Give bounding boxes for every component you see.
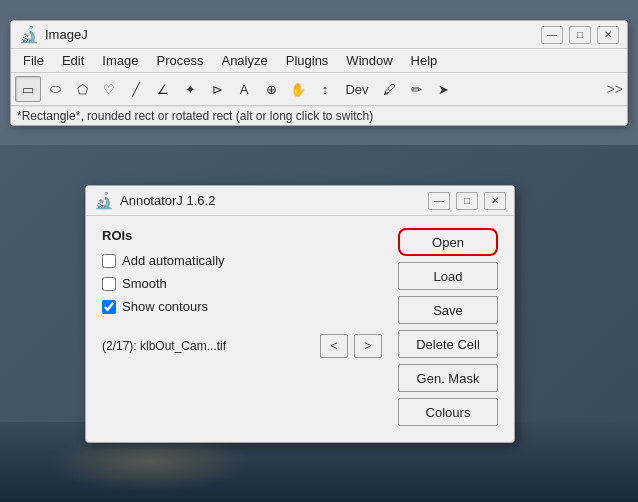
tool-dev[interactable]: Dev (339, 76, 375, 102)
menu-help[interactable]: Help (403, 51, 446, 70)
menu-file[interactable]: File (15, 51, 52, 70)
add-automatically-checkbox[interactable] (102, 254, 116, 268)
tool-wand[interactable]: ⊳ (204, 76, 230, 102)
annotatorj-maximize-button[interactable]: □ (456, 192, 478, 210)
imagej-close-button[interactable]: ✕ (597, 26, 619, 44)
delete-cell-button[interactable]: Delete Cell (398, 330, 498, 358)
tool-freehand[interactable]: ♡ (96, 76, 122, 102)
show-contours-checkbox[interactable] (102, 300, 116, 314)
annotatorj-left-panel: ROIs Add automatically Smooth Show conto… (102, 228, 382, 426)
annotatorj-close-button[interactable]: ✕ (484, 192, 506, 210)
toolbar-overflow[interactable]: >> (607, 81, 623, 97)
tool-text[interactable]: A (231, 76, 257, 102)
add-automatically-row: Add automatically (102, 253, 382, 268)
tool-pencil[interactable]: ✏ (403, 76, 429, 102)
gen-mask-button[interactable]: Gen. Mask (398, 364, 498, 392)
rois-label: ROIs (102, 228, 382, 243)
tool-arrow[interactable]: ➤ (430, 76, 456, 102)
tool-angle[interactable]: ∠ (150, 76, 176, 102)
open-button[interactable]: Open (398, 228, 498, 256)
menu-edit[interactable]: Edit (54, 51, 92, 70)
imagej-status-text: *Rectangle*, rounded rect or rotated rec… (17, 109, 373, 123)
annotatorj-window-controls: — □ ✕ (428, 192, 506, 210)
imagej-maximize-button[interactable]: □ (569, 26, 591, 44)
imagej-window-controls: — □ ✕ (541, 26, 619, 44)
menu-process[interactable]: Process (149, 51, 212, 70)
imagej-title: ImageJ (45, 27, 535, 42)
file-info-label: (2/17): klbOut_Cam...tif (102, 339, 314, 353)
tool-zoom[interactable]: ⊕ (258, 76, 284, 102)
tool-rectangle[interactable]: ▭ (15, 76, 41, 102)
annotatorj-right-panel: Open Load Save Delete Cell Gen. Mask Col… (398, 228, 498, 426)
colours-button[interactable]: Colours (398, 398, 498, 426)
imagej-titlebar: 🔬 ImageJ — □ ✕ (11, 21, 627, 49)
tool-point[interactable]: ✦ (177, 76, 203, 102)
menu-plugins[interactable]: Plugins (278, 51, 337, 70)
smooth-label[interactable]: Smooth (122, 276, 167, 291)
tool-polygon[interactable]: ⬠ (69, 76, 95, 102)
tool-dropper[interactable]: ↕ (312, 76, 338, 102)
nav-prev-button[interactable]: < (320, 334, 348, 358)
menu-analyze[interactable]: Analyze (213, 51, 275, 70)
add-automatically-label[interactable]: Add automatically (122, 253, 225, 268)
annotatorj-minimize-button[interactable]: — (428, 192, 450, 210)
imagej-menu-bar: File Edit Image Process Analyze Plugins … (11, 49, 627, 73)
imagej-status-bar: *Rectangle*, rounded rect or rotated rec… (11, 106, 627, 125)
annotatorj-icon: 🔬 (94, 191, 114, 210)
annotatorj-titlebar: 🔬 AnnotatorJ 1.6.2 — □ ✕ (86, 186, 514, 216)
tool-oval[interactable]: ⬭ (42, 76, 68, 102)
tool-line[interactable]: ╱ (123, 76, 149, 102)
imagej-window: 🔬 ImageJ — □ ✕ File Edit Image Process A… (10, 20, 628, 126)
tool-hand[interactable]: ✋ (285, 76, 311, 102)
menu-window[interactable]: Window (338, 51, 400, 70)
show-contours-row: Show contours (102, 299, 382, 314)
annotatorj-title: AnnotatorJ 1.6.2 (120, 193, 422, 208)
nav-next-button[interactable]: > (354, 334, 382, 358)
show-contours-label[interactable]: Show contours (122, 299, 208, 314)
annotatorj-window: 🔬 AnnotatorJ 1.6.2 — □ ✕ ROIs Add automa… (85, 185, 515, 443)
imagej-minimize-button[interactable]: — (541, 26, 563, 44)
imagej-toolbar: ▭ ⬭ ⬠ ♡ ╱ ∠ ✦ ⊳ A ⊕ ✋ ↕ Dev 🖊 ✏ ➤ >> (11, 73, 627, 106)
file-nav-row: (2/17): klbOut_Cam...tif < > (102, 334, 382, 358)
annotatorj-body: ROIs Add automatically Smooth Show conto… (86, 216, 514, 442)
tool-brush[interactable]: 🖊 (376, 76, 402, 102)
menu-image[interactable]: Image (94, 51, 146, 70)
smooth-checkbox[interactable] (102, 277, 116, 291)
smooth-row: Smooth (102, 276, 382, 291)
load-button[interactable]: Load (398, 262, 498, 290)
imagej-icon: 🔬 (19, 25, 39, 44)
save-button[interactable]: Save (398, 296, 498, 324)
